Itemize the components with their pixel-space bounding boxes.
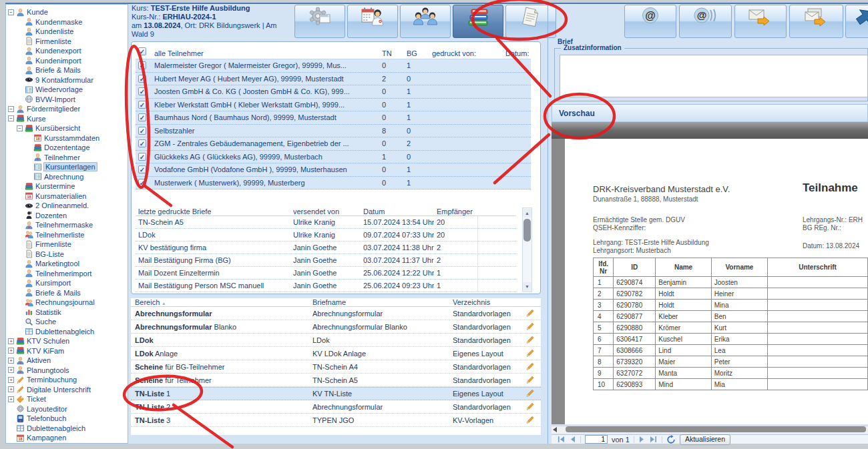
sidebar-item-rechnungsjournal[interactable]: Rechnungsjournal bbox=[6, 298, 128, 308]
expand-icon[interactable]: + bbox=[8, 396, 14, 402]
prev-page-button[interactable] bbox=[570, 436, 576, 443]
printed-letter-row[interactable]: TN-Schein A5Ulrike Kranig15.07.2024 13:5… bbox=[136, 216, 516, 229]
participant-row[interactable]: ✓Malermeister Gregor ( Malermeister Greg… bbox=[136, 59, 531, 73]
sidebar-item-dublettenabgleich[interactable]: Dublettenabgleich bbox=[6, 327, 128, 337]
sidebar-item-2-onlineanmeld[interactable]: 2 Onlineanmeld. bbox=[6, 201, 128, 211]
participants-header-date[interactable]: Datum: bbox=[503, 47, 531, 59]
sidebar-item-ktv-kifam[interactable]: +KTV KiFam bbox=[6, 346, 128, 356]
edit-pencil-icon[interactable] bbox=[525, 322, 535, 331]
printed-letter-row[interactable]: LDokUlrike Kranig09.07.2024 07:33 Uhr20 bbox=[136, 229, 516, 242]
next-page-button[interactable] bbox=[638, 436, 645, 443]
printed-letter-row[interactable]: KV bestätigung firmaJanin Goethe03.07.20… bbox=[136, 242, 516, 254]
toolbar-button-mail-an-mich[interactable]: @ bbox=[624, 5, 676, 38]
hscrollbar-thumb[interactable] bbox=[566, 426, 866, 432]
template-row-ldok-anlage[interactable]: LDok AnlageKV LDok AnlageEigenes Layout bbox=[131, 347, 541, 360]
templates-header-briefname[interactable]: Briefname bbox=[308, 298, 449, 306]
row-checkbox[interactable]: ✓ bbox=[138, 165, 146, 173]
sidebar-item-abrechnung[interactable]: Abrechnung bbox=[6, 172, 128, 182]
expand-icon[interactable]: + bbox=[8, 367, 14, 373]
sidebar-item-bg-liste[interactable]: BG-Liste bbox=[6, 250, 128, 260]
sidebar-item-dublettenabgleich[interactable]: Dublettenabgleich bbox=[6, 424, 128, 434]
sidebar-item-kunde[interactable]: −Kunde bbox=[6, 7, 128, 17]
templates-header-bereich[interactable]: Bereich▴ bbox=[131, 298, 308, 306]
sidebar-item-kurstermine[interactable]: Kurstermine bbox=[6, 181, 128, 191]
template-row-abrechnungsformular[interactable]: AbrechnungsformularAbrechnungsformularSt… bbox=[131, 307, 541, 320]
scroll-down-icon[interactable]: ▼ bbox=[523, 282, 531, 291]
participant-row[interactable]: ✓Kleber Werkstatt GmbH ( Kleber Werkstat… bbox=[136, 99, 531, 112]
letters-header-recipients[interactable]: Empfänger bbox=[434, 207, 477, 215]
sidebar-item-kursstammdaten[interactable]: 18Kursstammdaten bbox=[6, 133, 128, 143]
edit-pencil-icon[interactable] bbox=[525, 375, 535, 384]
edit-pencil-icon[interactable] bbox=[525, 362, 535, 371]
toolbar-button-dozenten-tage[interactable] bbox=[347, 5, 398, 38]
row-checkbox[interactable]: ✓ bbox=[138, 139, 146, 147]
sidebar-item-kundenexport[interactable]: Kundenexport bbox=[6, 46, 128, 56]
collapse-icon[interactable]: − bbox=[8, 9, 14, 15]
participant-row[interactable]: ✓Selbstzahler80 bbox=[136, 125, 531, 138]
sidebar-item-marketingtool[interactable]: Marketingtool bbox=[6, 259, 128, 269]
scroll-left-icon[interactable] bbox=[553, 427, 557, 432]
select-all-checkbox[interactable]: ✓ bbox=[138, 47, 146, 55]
edit-pencil-icon[interactable] bbox=[525, 348, 535, 358]
participant-row[interactable]: ✓Baumhaus Nord ( Baumhaus Nord), 99999, … bbox=[136, 111, 531, 125]
letters-header-date[interactable]: Datum bbox=[361, 207, 434, 215]
expand-icon[interactable]: + bbox=[8, 358, 14, 364]
letters-header-name[interactable]: letzte gedruckte Briefe bbox=[136, 207, 290, 215]
printed-letters-header[interactable]: letzte gedruckte Briefe versendet von Da… bbox=[136, 207, 516, 216]
collapse-icon[interactable]: − bbox=[17, 125, 23, 131]
row-checkbox[interactable]: ✓ bbox=[138, 127, 146, 135]
sidebar-item-ticket[interactable]: +Ticket bbox=[6, 394, 128, 404]
last-page-button[interactable] bbox=[649, 436, 658, 443]
row-checkbox[interactable]: ✓ bbox=[138, 87, 146, 95]
templates-header[interactable]: Bereich▴ Briefname Verzeichnis bbox=[131, 298, 541, 307]
row-checkbox[interactable]: ✓ bbox=[138, 61, 146, 69]
sidebar-item-kursunterlagen[interactable]: Kursunterlagen bbox=[6, 162, 128, 172]
template-row-scheine-für-bg-teilnehmer[interactable]: Scheine für BG-TeilnehmerTN-Schein A4Sta… bbox=[131, 360, 541, 374]
expand-icon[interactable]: + bbox=[8, 377, 14, 383]
toolbar-button-mail-s-senden[interactable]: @ bbox=[679, 5, 732, 38]
sidebar-item-dozenten[interactable]: Dozenten bbox=[6, 211, 128, 221]
sidebar-item-planungtools[interactable]: +Planungtools bbox=[6, 366, 128, 376]
scroll-up-icon[interactable]: ▲ bbox=[523, 209, 531, 217]
sidebar-item-bvw-import[interactable]: BVW-Import bbox=[6, 95, 128, 105]
expand-icon[interactable]: + bbox=[8, 386, 14, 392]
participant-row[interactable]: ✓Glückkeks AG ( Glückkeks AG), 99999, Mu… bbox=[136, 151, 531, 164]
page-number-input[interactable] bbox=[585, 435, 608, 444]
participant-row[interactable]: ✓Vodafone GmbH (Vodafone GmbH ), 99999, … bbox=[136, 163, 531, 177]
edit-pencil-icon[interactable] bbox=[525, 308, 535, 318]
sidebar-item-briefe-mails[interactable]: Briefe & Mails bbox=[6, 288, 128, 298]
first-page-button[interactable] bbox=[557, 436, 566, 443]
sidebar-item-kursimport[interactable]: Kursimport bbox=[6, 278, 128, 288]
toolbar-button-teilnehmer[interactable] bbox=[400, 5, 451, 38]
collapse-icon[interactable]: − bbox=[8, 106, 14, 112]
template-row-scheine-für-teilnehmer[interactable]: Scheine für TeilnehmerTN-Schein A5Standa… bbox=[131, 374, 541, 387]
edit-pencil-icon[interactable] bbox=[525, 402, 535, 411]
sidebar-item-firmenliste[interactable]: Firmenliste bbox=[6, 240, 128, 250]
sidebar-item-teilnehmerliste[interactable]: Teilnehmerliste bbox=[6, 230, 128, 240]
row-checkbox[interactable]: ✓ bbox=[138, 113, 146, 121]
participants-header[interactable]: ✓ alle Teilnehmer TN BG gedruckt von: Da… bbox=[136, 47, 531, 59]
printed-letter-row[interactable]: Mail Bestätigung Person MSC manuellJanin… bbox=[136, 280, 516, 292]
sidebar-item-fördermitglieder[interactable]: −Fördermitglieder bbox=[6, 104, 128, 114]
row-checkbox[interactable]: ✓ bbox=[138, 101, 146, 109]
sidebar-item-digitale-unterschrift[interactable]: +Digitale Unterschrift bbox=[6, 385, 128, 395]
sidebar-item-teilnehmermaske[interactable]: Teilnehmermaske bbox=[6, 220, 128, 230]
printed-letter-row[interactable]: Mail Dozent EinzelterminJanin Goethe25.0… bbox=[136, 267, 516, 280]
toolbar-button-abrechnung[interactable] bbox=[505, 5, 556, 38]
sidebar-item-terminbuchung[interactable]: +Terminbuchung bbox=[6, 375, 128, 385]
participant-row[interactable]: ✓Hubert Meyer AG ( Hubert Meyer AG), 999… bbox=[136, 73, 531, 86]
toolbar-button-exp[interactable] bbox=[845, 5, 868, 38]
printed-letter-row[interactable]: Mail Bestätigung Firma (BG)Janin Goethe0… bbox=[136, 254, 516, 267]
sidebar-item-kundenmaske[interactable]: Kundenmaske bbox=[6, 17, 128, 27]
refresh-icon[interactable] bbox=[666, 435, 676, 444]
edit-pencil-icon[interactable] bbox=[525, 335, 535, 344]
row-checkbox[interactable]: ✓ bbox=[138, 75, 146, 83]
participant-row[interactable]: ✓Musterwerk ( Musterwerk), 99999, Muster… bbox=[136, 177, 531, 190]
toolbar-button-brief-e-an-mich[interactable] bbox=[734, 5, 787, 38]
letters-scrollbar[interactable]: ▲ ▼ bbox=[522, 207, 532, 292]
template-row-tn-liste-1[interactable]: TN-Liste 1KV TN-ListeEigenes Layout bbox=[131, 387, 541, 400]
sidebar-item-wiedervorlage[interactable]: Wiedervorlage bbox=[6, 85, 128, 95]
participant-row[interactable]: ✓ZGM - Zentrales Gebäudemanagement, Eige… bbox=[136, 137, 531, 151]
sidebar-item-teilnehmer[interactable]: Teilnehmer bbox=[6, 153, 128, 163]
sidebar-item-kurse[interactable]: −Kurse bbox=[6, 114, 128, 124]
